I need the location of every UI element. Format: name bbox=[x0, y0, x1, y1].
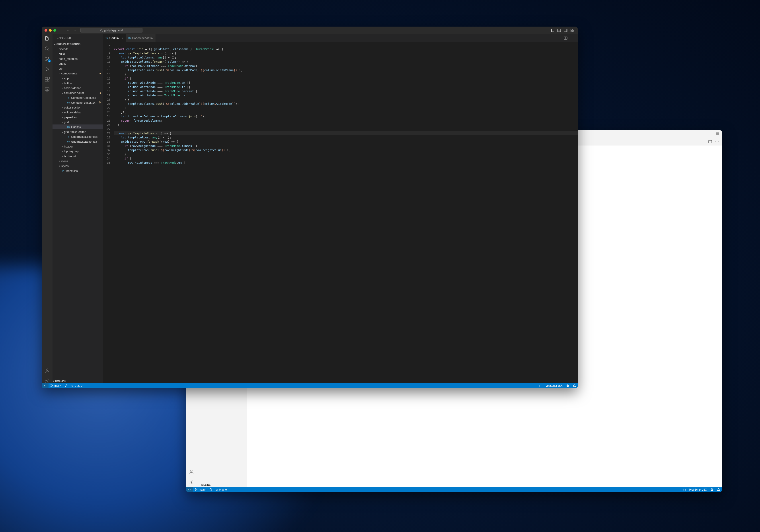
svg-rect-27 bbox=[571, 30, 572, 32]
tree-item-gap-editor[interactable]: ›gap-editor bbox=[53, 115, 103, 119]
more-actions-icon[interactable]: ··· bbox=[571, 36, 575, 40]
tree-item--vscode[interactable]: ›.vscode bbox=[53, 47, 103, 51]
sidebar-header: EXPLORER ··· bbox=[53, 34, 103, 42]
timeline-section[interactable]: › TIMELINE bbox=[53, 378, 103, 383]
tree-item-input-group[interactable]: ›input-group bbox=[53, 149, 103, 154]
branch-indicator[interactable]: main* bbox=[193, 488, 208, 491]
language-mode[interactable]: { } TypeScript JSX bbox=[537, 384, 564, 387]
tree-item-node-modules[interactable]: ›node_modules bbox=[53, 56, 103, 61]
tree-item-app[interactable]: ›app bbox=[53, 76, 103, 81]
nav-forward-icon[interactable]: → bbox=[73, 28, 76, 32]
tree-item-index-css[interactable]: #index.css bbox=[53, 168, 103, 173]
maximize-window-button[interactable] bbox=[53, 29, 56, 32]
svg-point-34 bbox=[46, 70, 47, 71]
problems-indicator[interactable]: ⊘0 ⚠0 bbox=[70, 384, 84, 387]
nav-back-icon[interactable]: ← bbox=[67, 28, 70, 32]
copilot-icon[interactable] bbox=[564, 384, 571, 387]
tab-grid-tsx[interactable]: TS Grid.tsx × bbox=[103, 34, 126, 42]
close-tab-icon[interactable]: × bbox=[121, 36, 123, 40]
tree-item-gridtrackseditor-css[interactable]: #GridTracksEditor.css bbox=[53, 134, 103, 139]
remote-indicator[interactable] bbox=[186, 487, 193, 492]
svg-point-41 bbox=[47, 380, 48, 381]
svg-point-11 bbox=[191, 481, 192, 483]
workspace-root[interactable]: ⌄ GRID-PLAYGROUND bbox=[53, 42, 103, 47]
split-editor-icon[interactable] bbox=[708, 140, 712, 144]
more-actions-icon[interactable]: ··· bbox=[715, 140, 719, 144]
svg-rect-25 bbox=[571, 29, 572, 30]
svg-point-33 bbox=[48, 58, 49, 59]
minimize-window-button[interactable] bbox=[49, 29, 52, 32]
tree-item-icons[interactable]: ›icons bbox=[53, 158, 103, 163]
notifications-icon[interactable] bbox=[571, 384, 578, 387]
source-control-icon[interactable]: 1 bbox=[45, 56, 50, 62]
layout-primary-icon[interactable] bbox=[550, 28, 554, 32]
sync-indicator[interactable] bbox=[63, 384, 70, 387]
notifications-icon[interactable] bbox=[715, 488, 722, 491]
tree-item-gridtrackseditor-tsx[interactable]: TSGridTracksEditor.tsx bbox=[53, 139, 103, 144]
accounts-icon[interactable] bbox=[45, 368, 50, 373]
accounts-icon[interactable] bbox=[189, 469, 194, 474]
tree-item-container-editor[interactable]: ⌄container-editor● bbox=[53, 90, 103, 95]
problems-indicator[interactable]: ⊘0 ⚠0 bbox=[214, 488, 228, 491]
tree-item-editor-section[interactable]: ›editor-section bbox=[53, 105, 103, 110]
tree-item-grid-tracks-editor[interactable]: ⌄grid-tracks-editor bbox=[53, 129, 103, 134]
settings-gear-icon[interactable] bbox=[45, 378, 50, 383]
remote-indicator[interactable] bbox=[42, 383, 49, 388]
search-icon[interactable] bbox=[45, 46, 50, 51]
editor-actions: ··· bbox=[561, 34, 577, 42]
svg-point-15 bbox=[195, 490, 196, 491]
vscode-window-dark: ← → grid-playground 1 bbox=[42, 26, 578, 388]
svg-point-40 bbox=[46, 369, 48, 371]
split-editor-icon[interactable] bbox=[564, 36, 567, 40]
layout-panel-icon[interactable] bbox=[557, 28, 561, 32]
layout-secondary-icon[interactable] bbox=[716, 134, 719, 138]
svg-rect-23 bbox=[564, 29, 567, 32]
tree-item-code-sidebar[interactable]: ›code-sidebar bbox=[53, 85, 103, 90]
nav-arrows: ← → bbox=[67, 28, 76, 32]
layout-secondary-icon[interactable] bbox=[564, 28, 567, 32]
tree-item-text-input[interactable]: ›text-input bbox=[53, 154, 103, 158]
tree-item-components[interactable]: ⌄components● bbox=[53, 71, 103, 76]
layout-customize-icon[interactable] bbox=[571, 28, 574, 32]
code-content[interactable]: export const Grid = ({ gridState, classN… bbox=[114, 42, 578, 383]
command-center[interactable]: grid-playground bbox=[80, 28, 142, 33]
run-debug-icon[interactable] bbox=[45, 66, 50, 72]
tree-item-containereditor-tsx[interactable]: TSContainerEditor.tsxM bbox=[53, 100, 103, 105]
tree-item-button[interactable]: ⌄button bbox=[53, 81, 103, 85]
copilot-icon[interactable] bbox=[709, 488, 715, 491]
scm-badge: 1 bbox=[48, 59, 51, 63]
sync-indicator[interactable] bbox=[208, 488, 214, 491]
activity-bar: 1 bbox=[42, 34, 53, 383]
svg-point-29 bbox=[45, 47, 48, 50]
layout-panel-icon[interactable] bbox=[716, 130, 719, 134]
settings-gear-icon[interactable] bbox=[189, 479, 194, 485]
status-bar: main* ⊘0 ⚠0 { } TypeScript JSX bbox=[186, 487, 722, 492]
tab-codesidebar-tsx[interactable]: TS CodeSidebar.tsx bbox=[126, 34, 156, 42]
tree-item-containereditor-css[interactable]: #ContainerEditor.css bbox=[53, 95, 103, 100]
explorer-icon[interactable] bbox=[45, 36, 50, 41]
remote-explorer-icon[interactable] bbox=[45, 87, 50, 92]
extensions-icon[interactable] bbox=[45, 77, 50, 82]
svg-point-10 bbox=[191, 470, 192, 472]
tree-item-grid-tsx[interactable]: TSGrid.tsx bbox=[53, 124, 103, 129]
status-bar: main* ⊘0 ⚠0 { } TypeScript JSX bbox=[42, 383, 578, 388]
tree-item-header[interactable]: ›header bbox=[53, 144, 103, 149]
close-window-button[interactable] bbox=[45, 29, 47, 32]
tree-item-public[interactable]: ›public bbox=[53, 61, 103, 66]
svg-line-30 bbox=[48, 49, 49, 51]
tree-item-grid[interactable]: ⌄grid bbox=[53, 119, 103, 124]
tree-item-editor-sidebar[interactable]: ›editor-sidebar bbox=[53, 110, 103, 115]
timeline-section[interactable]: › TIMELINE bbox=[197, 482, 247, 487]
sidebar-more-icon[interactable]: ··· bbox=[96, 36, 100, 39]
branch-indicator[interactable]: main* bbox=[49, 384, 63, 387]
tree-item-build[interactable]: ›build bbox=[53, 51, 103, 56]
tree-item-styles[interactable]: ›styles bbox=[53, 163, 103, 168]
svg-rect-2 bbox=[716, 131, 719, 134]
svg-point-45 bbox=[51, 386, 51, 387]
language-mode[interactable]: { } TypeScript JSX bbox=[682, 488, 709, 491]
tree-item-src[interactable]: ⌄src bbox=[53, 66, 103, 71]
svg-rect-36 bbox=[45, 79, 47, 81]
svg-rect-21 bbox=[557, 29, 561, 32]
svg-point-16 bbox=[197, 489, 197, 489]
svg-point-14 bbox=[195, 488, 196, 489]
